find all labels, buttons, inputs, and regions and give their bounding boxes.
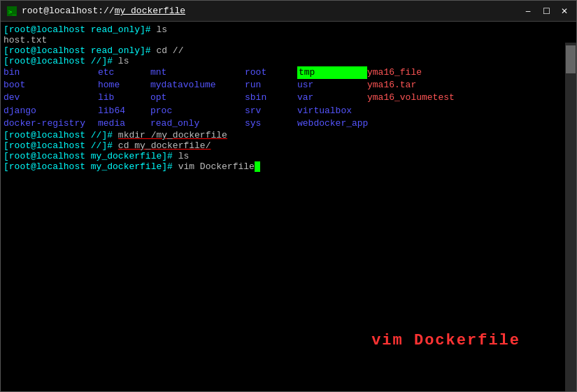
maximize-button[interactable]: ☐ xyxy=(539,4,554,18)
ls-item: sys xyxy=(245,117,297,130)
ls-item-empty xyxy=(367,105,479,117)
ls-item: read_only xyxy=(150,117,245,130)
prompt: [root@localhost read_only]# xyxy=(3,24,156,35)
ls-item: etc xyxy=(98,66,150,79)
cursor xyxy=(255,161,260,172)
terminal-line: [root@localhost read_only]# ls xyxy=(3,24,561,35)
terminal-line: [root@localhost //]# cd my_dockerfile/ xyxy=(3,140,561,151)
terminal-line: host.txt xyxy=(3,35,561,45)
terminal-window: >_ root@localhost://my_dockerfile – ☐ ✕ … xyxy=(0,0,577,392)
ls-item: usr xyxy=(297,79,367,92)
prompt: [root@localhost //]# xyxy=(3,140,118,151)
ls-item: media xyxy=(98,117,150,130)
ls-item: yma16.tar xyxy=(367,79,479,92)
ls-item-tmp: tmp xyxy=(297,66,367,79)
window-controls: – ☐ ✕ xyxy=(520,4,572,18)
terminal-line: [root@localhost my_dockerfile]# ls xyxy=(3,151,561,161)
scrollbar-thumb[interactable] xyxy=(566,45,576,73)
ls-item: sbin xyxy=(245,92,297,104)
svg-text:>_: >_ xyxy=(8,8,16,15)
prompt: [root@localhost //]# xyxy=(3,56,118,66)
ls-item: run xyxy=(245,79,297,92)
command: vim Dockerfile xyxy=(178,161,255,172)
minimize-button[interactable]: – xyxy=(520,4,536,18)
ls-item: lib64 xyxy=(98,105,150,117)
titlebar: >_ root@localhost://my_dockerfile – ☐ ✕ xyxy=(1,1,576,22)
ls-item: root xyxy=(245,66,297,79)
ls-item: docker-registry xyxy=(3,117,98,130)
annotation-label: vim Dockerfile xyxy=(371,332,520,349)
terminal-line: [root@localhost read_only]# cd // xyxy=(3,45,561,56)
prompt: [root@localhost my_dockerfile]# xyxy=(3,151,178,161)
ls-item: yma16_volumetest xyxy=(367,92,479,104)
command: cd my_dockerfile/ xyxy=(118,140,211,151)
ls-item: django xyxy=(3,105,98,117)
ls-item: srv xyxy=(245,105,297,117)
ls-item: opt xyxy=(150,92,245,104)
command: ls xyxy=(118,56,129,66)
terminal-line: [root@localhost //]# ls xyxy=(3,56,561,66)
ls-item: mnt xyxy=(150,66,245,79)
window-title: root@localhost://my_dockerfile xyxy=(22,6,571,16)
ls-item: mydatavolume xyxy=(150,79,245,92)
ls-item: proc xyxy=(150,105,245,117)
ls-item: webdocker_app xyxy=(297,117,367,130)
ls-item: home xyxy=(98,79,150,92)
ls-item: bin xyxy=(3,66,98,79)
terminal-content: [root@localhost read_only]# ls host.txt … xyxy=(3,24,574,172)
prompt: [root@localhost //]# xyxy=(3,130,118,140)
output-text: host.txt xyxy=(3,35,47,45)
prompt: [root@localhost my_dockerfile]# xyxy=(3,161,178,172)
ls-item: dev xyxy=(3,92,98,104)
terminal-line-current: [root@localhost my_dockerfile]# vim Dock… xyxy=(3,161,561,172)
command: ls xyxy=(178,151,190,161)
ls-item-empty xyxy=(367,117,479,130)
command: mkdir /my_dockerfile xyxy=(118,130,227,140)
title-underline: my_dockerfile xyxy=(115,6,185,16)
terminal-line: [root@localhost //]# mkdir /my_dockerfil… xyxy=(3,130,561,140)
prompt: [root@localhost read_only]# xyxy=(3,45,156,56)
ls-item: var xyxy=(297,92,367,104)
scrollbar[interactable] xyxy=(565,43,576,391)
ls-item: yma16_file xyxy=(367,66,479,79)
ls-item: virtualbox xyxy=(297,105,367,117)
ls-item: boot xyxy=(3,79,98,92)
ls-item: lib xyxy=(98,92,150,104)
command: cd // xyxy=(156,45,183,56)
terminal-body[interactable]: [root@localhost read_only]# ls host.txt … xyxy=(1,22,576,391)
command: ls xyxy=(156,24,167,35)
ls-output: bin etc mnt root tmp yma16_file boot hom… xyxy=(3,66,561,130)
close-button[interactable]: ✕ xyxy=(557,4,572,18)
app-icon: >_ xyxy=(6,6,17,17)
